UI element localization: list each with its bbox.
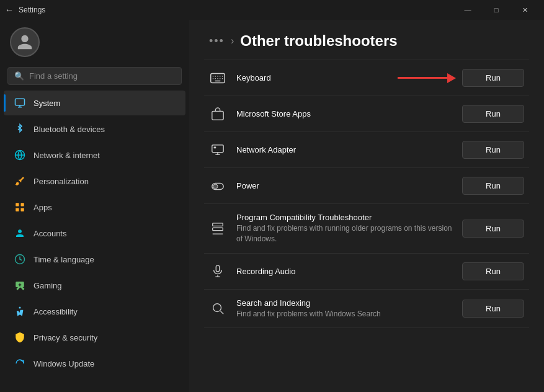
sidebar-item-time[interactable]: Time & language <box>4 247 185 272</box>
sidebar-item-bluetooth-label: Bluetooth & devices <box>33 125 105 134</box>
maximize-button[interactable]: □ <box>482 0 511 20</box>
gaming-icon <box>14 279 26 292</box>
search-box[interactable]: 🔍 <box>7 67 182 85</box>
avatar[interactable] <box>10 27 40 57</box>
svg-rect-2 <box>16 203 19 206</box>
sidebar-item-update-label: Windows Update <box>33 359 94 368</box>
recording-audio-info: Recording Audio <box>236 267 452 276</box>
personalization-icon <box>14 175 26 187</box>
keyboard-icon <box>209 69 226 87</box>
search-icon: 🔍 <box>14 71 24 81</box>
network-adapter-info: Network Adapter <box>236 145 452 154</box>
program-compat-desc: Find and fix problems with running older… <box>236 223 452 244</box>
accounts-icon <box>14 227 26 239</box>
privacy-icon <box>14 331 26 344</box>
search-indexing-name: Search and Indexing <box>236 298 452 308</box>
keyboard-run-button[interactable]: Run <box>462 69 524 87</box>
svg-point-7 <box>19 307 21 309</box>
microsoft-store-info: Microsoft Store Apps <box>236 109 452 118</box>
sidebar-item-personalization-label: Personalization <box>33 177 89 186</box>
svg-rect-24 <box>213 184 218 188</box>
program-compat-name: Program Compatibility Troubleshooter <box>236 213 452 222</box>
system-icon <box>14 97 26 109</box>
svg-rect-25 <box>213 223 223 226</box>
sidebar-item-gaming[interactable]: Gaming <box>4 273 185 298</box>
accessibility-icon <box>14 305 26 318</box>
program-compat-icon <box>209 220 226 237</box>
keyboard-info: Keyboard <box>236 73 452 82</box>
titlebar-controls: — □ ✕ <box>453 0 539 20</box>
close-button[interactable]: ✕ <box>511 0 539 20</box>
minimize-button[interactable]: — <box>453 0 482 20</box>
sidebar: 🔍 System Bluetooth & devices <box>0 20 189 392</box>
troubleshooter-list: Keyboard Run Microsoft Store Apps <box>189 60 544 328</box>
power-icon <box>209 177 226 195</box>
page-title: Other troubleshooters <box>240 32 397 50</box>
apps-icon <box>14 201 26 213</box>
svg-rect-28 <box>216 265 220 272</box>
sidebar-item-time-label: Time & language <box>33 255 94 264</box>
titlebar: ← Settings — □ ✕ <box>0 0 544 20</box>
search-input[interactable] <box>29 71 175 81</box>
app-body: 🔍 System Bluetooth & devices <box>0 20 544 392</box>
recording-audio-name: Recording Audio <box>236 267 452 276</box>
search-indexing-desc: Find and fix problems with Windows Searc… <box>236 309 452 319</box>
power-name: Power <box>236 181 452 190</box>
svg-rect-20 <box>212 111 223 120</box>
svg-rect-19 <box>215 80 221 81</box>
sidebar-item-personalization[interactable]: Personalization <box>4 169 185 194</box>
network-adapter-icon <box>209 141 226 159</box>
network-icon <box>14 149 26 161</box>
titlebar-left: ← Settings <box>5 5 45 15</box>
sidebar-item-accessibility-label: Accessibility <box>33 307 78 316</box>
troubleshooter-microsoft-store: Microsoft Store Apps Run <box>204 96 529 131</box>
search-indexing-run-button[interactable]: Run <box>462 300 524 318</box>
svg-rect-26 <box>213 228 223 231</box>
sidebar-item-privacy[interactable]: Privacy & security <box>4 325 185 350</box>
sidebar-item-apps-label: Apps <box>33 203 52 212</box>
content-area: ••• › Other troubleshooters <box>189 20 544 392</box>
program-compat-info: Program Compatibility Troubleshooter Fin… <box>236 213 452 244</box>
sidebar-item-accounts[interactable]: Accounts <box>4 221 185 246</box>
recording-audio-icon <box>209 262 226 280</box>
network-adapter-name: Network Adapter <box>236 145 452 154</box>
content-header: ••• › Other troubleshooters <box>189 20 544 60</box>
troubleshooter-network-adapter: Network Adapter Run <box>204 131 529 167</box>
sidebar-item-accessibility[interactable]: Accessibility <box>4 299 185 324</box>
sidebar-item-system-label: System <box>33 99 60 108</box>
svg-rect-3 <box>21 203 24 206</box>
microsoft-store-run-button[interactable]: Run <box>462 105 524 123</box>
power-run-button[interactable]: Run <box>462 177 524 195</box>
svg-line-30 <box>220 311 223 314</box>
sidebar-header <box>0 20 189 65</box>
sidebar-item-bluetooth[interactable]: Bluetooth & devices <box>4 117 185 141</box>
svg-rect-5 <box>21 208 24 212</box>
recording-audio-run-button[interactable]: Run <box>462 262 524 280</box>
troubleshooter-keyboard: Keyboard Run <box>204 60 529 96</box>
bluetooth-icon <box>14 123 26 135</box>
user-icon <box>16 33 33 51</box>
svg-rect-4 <box>16 208 19 212</box>
back-icon[interactable]: ← <box>5 5 14 15</box>
update-icon <box>14 357 26 370</box>
search-indexing-info: Search and Indexing Find and fix problem… <box>236 298 452 319</box>
keyboard-name: Keyboard <box>236 73 452 82</box>
troubleshooter-power: Power Run <box>204 167 529 203</box>
svg-rect-22 <box>214 146 216 148</box>
troubleshooter-recording-audio: Recording Audio Run <box>204 253 529 289</box>
svg-rect-0 <box>16 99 25 105</box>
breadcrumb-dots[interactable]: ••• <box>209 35 225 48</box>
troubleshooter-program-compat: Program Compatibility Troubleshooter Fin… <box>204 203 529 253</box>
sidebar-item-network[interactable]: Network & internet <box>4 143 185 167</box>
program-compat-run-button[interactable]: Run <box>462 220 524 238</box>
breadcrumb-arrow: › <box>231 35 234 47</box>
sidebar-item-accounts-label: Accounts <box>33 229 66 238</box>
sidebar-item-update[interactable]: Windows Update <box>4 351 185 376</box>
sidebar-item-apps[interactable]: Apps <box>4 195 185 220</box>
sidebar-item-system[interactable]: System <box>4 91 185 115</box>
titlebar-title: Settings <box>19 6 45 14</box>
sidebar-item-privacy-label: Privacy & security <box>33 333 97 342</box>
network-adapter-run-button[interactable]: Run <box>462 141 524 159</box>
sidebar-item-gaming-label: Gaming <box>33 281 62 290</box>
power-info: Power <box>236 181 452 190</box>
